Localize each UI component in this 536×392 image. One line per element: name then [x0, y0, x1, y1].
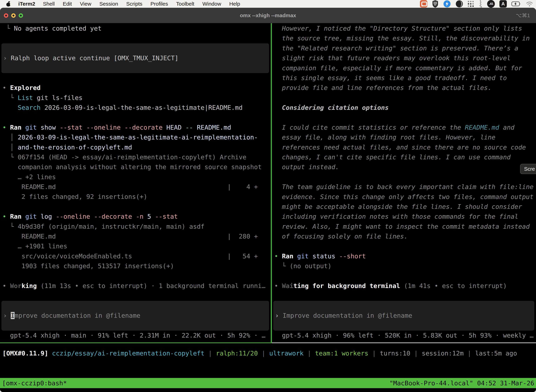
- text-segment: │: [2, 134, 18, 141]
- terminal-row: README.md | 280 +: [0, 232, 271, 241]
- terminal-row: • Waiting for background terminal (1m 41…: [272, 281, 536, 291]
- tmux-status-bar: [omx-cczip0:bash* "MacBook-Pro-44.local"…: [0, 378, 536, 388]
- text-segment: Considering citation options: [274, 104, 389, 111]
- text-segment: •: [2, 282, 10, 289]
- terminal-row: evidence. Since this change only affects…: [272, 192, 536, 202]
- menu-item-window[interactable]: Window: [202, 1, 221, 7]
- terminal-row: 2 files changed, 92 insertions(+): [0, 192, 271, 202]
- dots-grid-icon[interactable]: [468, 1, 474, 7]
- text-segment: ›: [3, 312, 11, 319]
- text-segment: The team guideline is to back every impo…: [274, 183, 534, 190]
- menu-item-scripts[interactable]: Scripts: [126, 1, 143, 7]
- text-segment: |: [368, 350, 380, 357]
- input-source-icon[interactable]: A: [499, 0, 507, 8]
- text-segment: essay file, along with finding root file…: [274, 134, 495, 141]
- text-segment: I could cite commit statistics or refere…: [274, 124, 465, 131]
- left-terminal-pane: └ No agents completed yet› Ralph loop ac…: [0, 23, 271, 342]
- menu-item-edit[interactable]: Edit: [63, 1, 72, 7]
- terminal-row: might be acceptable alongside the file l…: [272, 202, 536, 212]
- window-title-bar[interactable]: omx --xhigh --madmax ⌥⌘1: [0, 8, 536, 23]
- terminal-row: │ 2026-03-09-is-legal-the-same-as-legiti…: [0, 132, 271, 142]
- terminal-row: └ List git ls-files: [0, 93, 271, 103]
- prompt-input-box[interactable]: › Ralph loop active continue [OMX_TMUX_I…: [1, 43, 269, 73]
- text-segment: •: [2, 213, 10, 220]
- menu-item-session[interactable]: Session: [99, 1, 118, 7]
- terminal-row: … +2 lines: [0, 172, 271, 182]
- battery-charging-icon[interactable]: [511, 1, 521, 6]
- text-segment: |: [304, 350, 315, 357]
- apple-menu-icon[interactable]: [6, 1, 10, 6]
- menu-item-view[interactable]: View: [80, 1, 91, 7]
- menu-item-toolbelt[interactable]: Toolbelt: [176, 1, 194, 7]
- screen-share-button[interactable]: Scre: [520, 164, 536, 174]
- terminal-row: [0, 73, 271, 83]
- text-segment: ultrawork: [269, 350, 304, 357]
- menu-item-shell[interactable]: Shell: [43, 1, 55, 7]
- prompt-input-box[interactable]: › Improve documentation in @filename: [273, 301, 534, 331]
- crescent-circle-icon[interactable]: [455, 0, 463, 8]
- text-segment: Wor: [10, 282, 21, 289]
- minimize-button[interactable]: [11, 13, 16, 18]
- squiggle-icon[interactable]: [478, 0, 483, 8]
- text-segment: Ralph loop active continue [OMX_TMUX_INJ…: [11, 54, 178, 62]
- menu-app-name[interactable]: iTerm2: [18, 1, 35, 7]
- text-segment: 2026-03-09-is-legal-the-same-as-legitima…: [18, 134, 258, 141]
- text-segment: and-the-erosion-of-copyleft.md: [18, 144, 132, 151]
- pane-divider-bottom-left: [0, 342, 272, 343]
- terminal-row: [0, 271, 271, 281]
- terminal-row: companion file, especially if more comme…: [272, 63, 536, 73]
- text-segment: status: [312, 252, 339, 260]
- shield-grid-icon[interactable]: [432, 0, 439, 8]
- text-segment: turns:10: [380, 350, 410, 357]
- terminal-row: [272, 93, 536, 103]
- text-segment: └: [2, 25, 14, 32]
- terminal-row: • Ran git status --short: [272, 251, 536, 261]
- text-segment: gpt-5.4 xhigh · main · 91% left · 2.31M …: [2, 332, 266, 339]
- close-button[interactable]: [4, 13, 8, 18]
- text-segment: git ls-files: [33, 94, 82, 101]
- terminal-row: [OMX#0.11.9] cczip/essay/ai-reimplementa…: [0, 348, 536, 358]
- text-segment: └ (no output): [274, 262, 331, 270]
- text-segment: [OMX#0.11.9]: [2, 350, 52, 357]
- text-segment: No agents completed yet: [14, 25, 102, 32]
- text-segment: •: [2, 124, 10, 131]
- text-segment: including verification notes with those …: [274, 213, 518, 220]
- terminal-row: of focusing solely on file lines.: [272, 232, 536, 241]
- text-segment: README.md: [465, 124, 499, 131]
- menu-item-profiles[interactable]: Profiles: [150, 1, 168, 7]
- text-segment: (1m 41s • esc to interrupt): [400, 282, 507, 289]
- text-segment: Ran: [10, 124, 25, 131]
- wifi-icon[interactable]: [526, 1, 533, 7]
- text-segment: references need actual files, and since …: [274, 144, 526, 151]
- terminal-row: the source tree, missing the essay. Stil…: [272, 33, 536, 43]
- text-segment: README.md: [197, 124, 231, 131]
- terminal-row: [272, 113, 536, 123]
- countdown-badge-icon[interactable]: ..61: [487, 0, 495, 8]
- text-segment: •: [2, 84, 10, 91]
- terminal-row: src/voice/voiceModeEnabled.ts | 54 +: [0, 251, 271, 261]
- text-segment: companion analysis without altering the …: [2, 163, 262, 171]
- text-segment: git: [297, 252, 312, 260]
- terminal-row: [0, 33, 271, 43]
- text-segment: │: [2, 144, 18, 151]
- zoom-button[interactable]: [19, 13, 23, 18]
- text-segment: of focusing solely on file lines.: [274, 233, 408, 240]
- sync-badge-icon[interactable]: [443, 0, 451, 8]
- terminal-row: essay file, along with finding root file…: [272, 132, 536, 142]
- text-segment: 1903 files changed, 513517 insertions(+): [2, 262, 174, 270]
- prompt-input-box[interactable]: › Improve documentation in @filename: [1, 301, 269, 331]
- text-segment: •: [274, 282, 282, 289]
- terminal-row: gpt-5.4 xhigh · main · 91% left · 2.31M …: [0, 331, 271, 340]
- text-segment: provide file and line references from th…: [274, 84, 492, 91]
- text-segment: Explored: [10, 84, 40, 91]
- tmux-host-clock: "MacBook-Pro-44.local" 04:52 31-Mar-26: [389, 379, 534, 387]
- terminal-row: [272, 242, 536, 251]
- text-segment: --oneline --decorate -n: [56, 213, 147, 220]
- menu-item-help[interactable]: Help: [229, 1, 240, 7]
- text-segment: (11m 13s • esc to interrupt) · 1 backgro…: [37, 282, 265, 289]
- terminal-row: 1903 files changed, 513517 insertions(+): [0, 261, 271, 271]
- text-segment: changes, I can't cite specific file line…: [274, 154, 511, 161]
- text-segment: cczip/essay/ai-reimplementation-copyleft: [52, 350, 205, 357]
- message-icon[interactable]: [420, 0, 427, 8]
- text-segment: ralph:11/20: [216, 350, 258, 357]
